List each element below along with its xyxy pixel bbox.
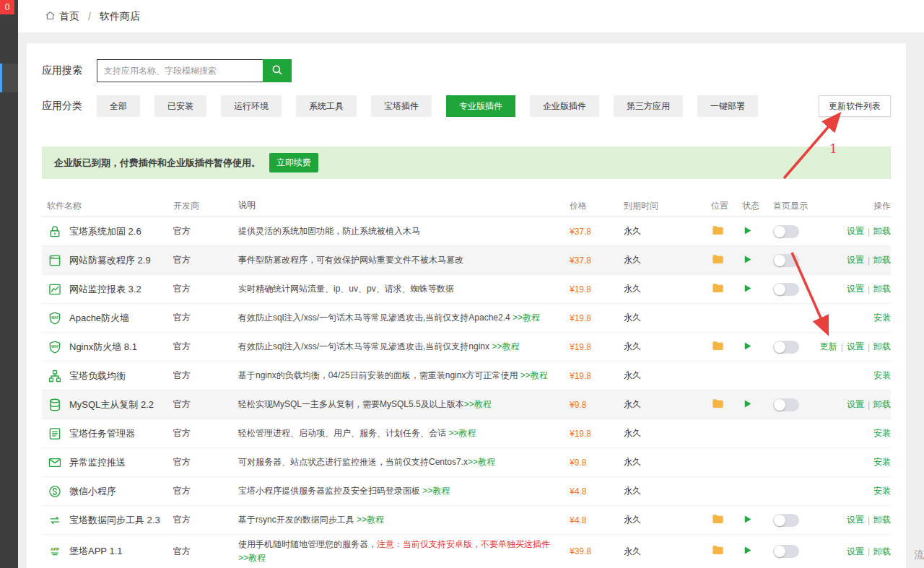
folder-icon[interactable]	[711, 287, 725, 297]
folder-icon[interactable]	[711, 403, 725, 413]
tutorial-link[interactable]: >>教程	[468, 457, 495, 467]
play-icon[interactable]	[742, 257, 753, 267]
category-tab-专业版插件[interactable]: 专业版插件	[446, 95, 515, 117]
homepage-display-toggle[interactable]	[773, 283, 799, 296]
play-icon[interactable]	[742, 517, 753, 527]
homepage-display-cell	[773, 398, 842, 411]
play-icon[interactable]	[742, 401, 753, 411]
homepage-display-toggle[interactable]	[773, 514, 799, 527]
tutorial-link[interactable]: >>教程	[357, 515, 384, 525]
notification-badge[interactable]: 0	[0, 0, 14, 14]
app-status	[742, 283, 773, 296]
update-software-list-button[interactable]: 更新软件列表	[819, 95, 891, 117]
action-install[interactable]: 安装	[873, 427, 891, 440]
category-tab-系统工具[interactable]: 系统工具	[296, 95, 357, 117]
app-price: ¥4.8	[562, 515, 613, 525]
action-separator: |	[868, 227, 870, 237]
folder-icon[interactable]	[711, 549, 725, 559]
app-expiry: 永久	[613, 514, 711, 526]
app-developer: 官方	[173, 225, 238, 237]
folder-icon[interactable]	[711, 518, 725, 528]
app-actions: 安装	[842, 485, 891, 497]
header-expiry: 到期时间	[613, 200, 711, 212]
app-location	[711, 281, 742, 297]
action-settings[interactable]: 设置	[847, 341, 864, 353]
mail-icon	[47, 455, 63, 471]
action-install[interactable]: 安装	[873, 456, 891, 468]
folder-icon[interactable]	[711, 345, 725, 355]
header-status: 状态	[742, 200, 773, 212]
action-settings[interactable]: 设置	[847, 514, 864, 526]
action-update[interactable]: 更新	[820, 341, 837, 353]
collapsed-sidebar[interactable]	[0, 0, 18, 568]
homepage-display-toggle[interactable]	[773, 254, 799, 267]
play-icon[interactable]	[742, 344, 753, 354]
app-description: 有效防止sql注入/xss/一句话木马等常见渗透攻击,当前仅支持nginx >>…	[238, 340, 562, 354]
action-uninstall[interactable]: 卸载	[873, 546, 891, 558]
tasks-icon	[47, 426, 63, 442]
action-uninstall[interactable]: 卸载	[873, 398, 891, 411]
breadcrumb-home-link[interactable]: 首页	[45, 10, 79, 23]
header-desc: 说明	[238, 198, 562, 212]
homepage-display-toggle[interactable]	[773, 545, 799, 558]
play-icon[interactable]	[742, 286, 753, 296]
tutorial-link[interactable]: >>教程	[422, 486, 450, 496]
action-uninstall[interactable]: 卸载	[873, 225, 891, 237]
app-actions: 安装	[842, 427, 891, 440]
floating-widget-partial[interactable]: 流	[914, 549, 924, 562]
folder-icon[interactable]	[711, 258, 725, 268]
action-install[interactable]: 安装	[873, 485, 891, 497]
category-tab-企业版插件[interactable]: 企业版插件	[530, 95, 599, 117]
category-tab-宝塔插件[interactable]: 宝塔插件	[371, 95, 432, 117]
app-developer: 官方	[173, 398, 238, 411]
homepage-display-toggle[interactable]	[773, 225, 799, 238]
app-status	[742, 254, 773, 267]
category-tab-第三方应用[interactable]: 第三方应用	[614, 95, 683, 117]
app-description: 实时精确统计网站流量、ip、uv、pv、请求、蜘蛛等数据	[238, 282, 562, 296]
action-settings[interactable]: 设置	[847, 225, 864, 237]
play-icon[interactable]	[742, 228, 753, 238]
folder-icon[interactable]	[711, 230, 725, 240]
sync-icon	[47, 512, 63, 528]
tutorial-link[interactable]: >>教程	[464, 399, 492, 409]
sidebar-active-item[interactable]	[0, 64, 18, 92]
category-tab-已安装[interactable]: 已安装	[154, 95, 206, 117]
renew-now-button[interactable]: 立即续费	[269, 153, 318, 172]
action-settings[interactable]: 设置	[847, 254, 864, 266]
homepage-display-toggle[interactable]	[773, 341, 799, 354]
app-actions: 设置|卸载	[842, 254, 891, 266]
category-tab-运行环境[interactable]: 运行环境	[221, 95, 282, 117]
play-icon[interactable]	[742, 548, 753, 558]
action-settings[interactable]: 设置	[847, 546, 864, 558]
action-settings[interactable]: 设置	[847, 283, 864, 295]
category-tab-一键部署[interactable]: 一键部署	[697, 95, 758, 117]
app-status	[742, 398, 773, 411]
tutorial-link[interactable]: >>教程	[238, 553, 266, 563]
action-install[interactable]: 安装	[873, 312, 891, 324]
app-description: 基于rsync开发的数据同步工具 >>教程	[238, 513, 562, 527]
app-description: 事件型防篡改程序，可有效保护网站重要文件不被木马篡改	[238, 253, 562, 267]
header-dev: 开发商	[173, 200, 238, 212]
tutorial-link[interactable]: >>教程	[492, 341, 519, 351]
tutorial-link[interactable]: >>教程	[520, 370, 548, 380]
homepage-display-toggle[interactable]	[773, 398, 799, 411]
category-tab-全部[interactable]: 全部	[97, 95, 140, 117]
action-uninstall[interactable]: 卸载	[873, 254, 891, 266]
action-settings[interactable]: 设置	[847, 398, 864, 411]
table-row: 网站防篡改程序 2.9 官方 事件型防篡改程序，可有效保护网站重要文件不被木马篡…	[42, 246, 891, 275]
action-uninstall[interactable]: 卸载	[873, 341, 891, 353]
app-description: 轻松管理进程、启动项、用户、服务、计划任务、会话 >>教程	[238, 427, 562, 440]
table-row: 网站监控报表 3.2 官方 实时精确统计网站流量、ip、uv、pv、请求、蜘蛛等…	[42, 275, 891, 304]
action-uninstall[interactable]: 卸载	[873, 514, 891, 526]
action-uninstall[interactable]: 卸载	[873, 283, 891, 295]
tutorial-link[interactable]: >>教程	[513, 313, 540, 323]
breadcrumb: 首页 / 软件商店	[18, 0, 924, 32]
search-button[interactable]	[263, 59, 292, 82]
app-developer: 官方	[173, 312, 238, 324]
search-input[interactable]	[97, 59, 263, 82]
action-install[interactable]: 安装	[873, 370, 891, 382]
app-actions: 设置|卸载	[842, 225, 891, 237]
app-price: ¥19.8	[562, 371, 613, 381]
tutorial-link[interactable]: >>教程	[448, 428, 476, 438]
app-expiry: 永久	[613, 398, 711, 411]
